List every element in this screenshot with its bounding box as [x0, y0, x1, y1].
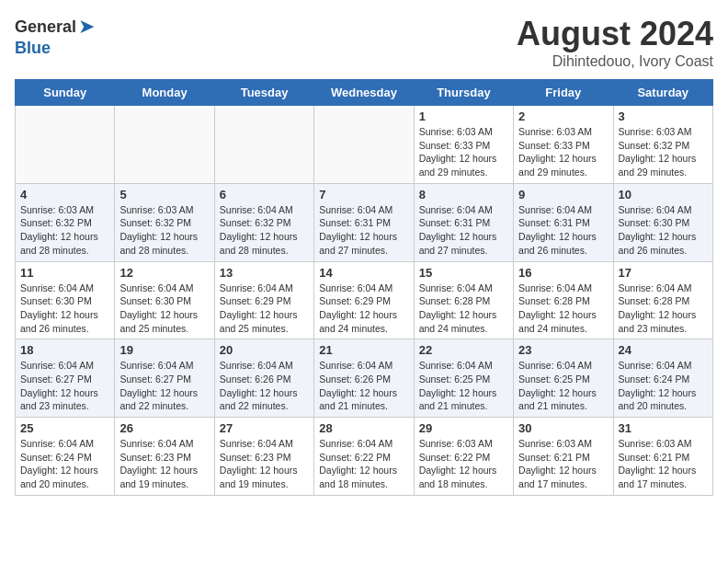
- day-number: 9: [518, 188, 608, 201]
- day-number: 4: [20, 188, 109, 201]
- day-number: 15: [419, 266, 508, 280]
- calendar-week-row: 11Sunrise: 6:04 AM Sunset: 6:30 PM Dayli…: [16, 261, 713, 339]
- calendar: SundayMondayTuesdayWednesdayThursdayFrid…: [15, 79, 713, 496]
- day-info: Sunrise: 6:03 AM Sunset: 6:21 PM Dayligh…: [518, 437, 608, 491]
- calendar-cell: [214, 106, 313, 184]
- day-info: Sunrise: 6:04 AM Sunset: 6:31 PM Dayligh…: [419, 203, 508, 258]
- calendar-cell: 15Sunrise: 6:04 AM Sunset: 6:28 PM Dayli…: [414, 261, 513, 339]
- day-number: 19: [119, 343, 209, 357]
- calendar-cell: 18Sunrise: 6:04 AM Sunset: 6:27 PM Dayli…: [16, 339, 115, 418]
- month-title: August 2024: [517, 15, 713, 53]
- day-number: 27: [220, 421, 309, 435]
- day-of-week-header: Saturday: [613, 80, 712, 106]
- day-info: Sunrise: 6:03 AM Sunset: 6:33 PM Dayligh…: [518, 125, 608, 179]
- calendar-cell: 4Sunrise: 6:03 AM Sunset: 6:32 PM Daylig…: [16, 183, 115, 261]
- day-info: Sunrise: 6:04 AM Sunset: 6:23 PM Dayligh…: [119, 437, 209, 491]
- day-number: 16: [518, 266, 608, 280]
- day-number: 8: [419, 188, 508, 201]
- day-number: 18: [20, 343, 109, 357]
- day-info: Sunrise: 6:04 AM Sunset: 6:31 PM Dayligh…: [319, 203, 408, 258]
- day-info: Sunrise: 6:03 AM Sunset: 6:22 PM Dayligh…: [419, 437, 508, 491]
- day-info: Sunrise: 6:04 AM Sunset: 6:29 PM Dayligh…: [319, 282, 408, 336]
- day-info: Sunrise: 6:04 AM Sunset: 6:24 PM Dayligh…: [619, 359, 708, 413]
- day-info: Sunrise: 6:04 AM Sunset: 6:28 PM Dayligh…: [518, 282, 608, 336]
- calendar-week-row: 18Sunrise: 6:04 AM Sunset: 6:27 PM Dayli…: [16, 339, 713, 418]
- calendar-cell: 10Sunrise: 6:04 AM Sunset: 6:30 PM Dayli…: [613, 183, 712, 261]
- day-number: 12: [119, 266, 209, 280]
- day-info: Sunrise: 6:04 AM Sunset: 6:31 PM Dayligh…: [518, 203, 608, 258]
- day-info: Sunrise: 6:04 AM Sunset: 6:26 PM Dayligh…: [220, 359, 309, 413]
- calendar-week-row: 4Sunrise: 6:03 AM Sunset: 6:32 PM Daylig…: [16, 183, 713, 261]
- day-number: 21: [319, 343, 408, 357]
- calendar-cell: 3Sunrise: 6:03 AM Sunset: 6:32 PM Daylig…: [613, 106, 712, 184]
- day-info: Sunrise: 6:03 AM Sunset: 6:32 PM Dayligh…: [619, 125, 708, 179]
- day-info: Sunrise: 6:04 AM Sunset: 6:28 PM Dayligh…: [619, 282, 708, 336]
- day-info: Sunrise: 6:03 AM Sunset: 6:32 PM Dayligh…: [119, 203, 209, 258]
- day-number: 11: [20, 266, 109, 280]
- day-of-week-header: Friday: [514, 80, 613, 106]
- calendar-cell: 9Sunrise: 6:04 AM Sunset: 6:31 PM Daylig…: [514, 183, 613, 261]
- day-number: 25: [20, 421, 109, 435]
- day-of-week-header: Wednesday: [314, 80, 414, 106]
- day-number: 31: [619, 421, 708, 435]
- calendar-week-row: 1Sunrise: 6:03 AM Sunset: 6:33 PM Daylig…: [16, 106, 713, 184]
- day-number: 29: [419, 421, 508, 435]
- day-number: 10: [619, 188, 708, 201]
- day-number: 6: [220, 188, 309, 201]
- day-number: 24: [619, 343, 708, 357]
- calendar-cell: [115, 106, 214, 184]
- logo-general-text: General: [15, 17, 76, 37]
- calendar-cell: 28Sunrise: 6:04 AM Sunset: 6:22 PM Dayli…: [314, 418, 414, 496]
- calendar-cell: 8Sunrise: 6:04 AM Sunset: 6:31 PM Daylig…: [414, 183, 513, 261]
- calendar-cell: 29Sunrise: 6:03 AM Sunset: 6:22 PM Dayli…: [414, 418, 513, 496]
- day-number: 14: [319, 266, 408, 280]
- day-number: 3: [619, 109, 708, 123]
- calendar-cell: 27Sunrise: 6:04 AM Sunset: 6:23 PM Dayli…: [214, 418, 313, 496]
- calendar-cell: 31Sunrise: 6:03 AM Sunset: 6:21 PM Dayli…: [613, 418, 712, 496]
- header: General ➤ Blue August 2024 Dihintedouo, …: [15, 15, 713, 70]
- day-info: Sunrise: 6:04 AM Sunset: 6:22 PM Dayligh…: [319, 437, 408, 491]
- day-number: 5: [119, 188, 209, 201]
- day-of-week-header: Sunday: [16, 80, 115, 106]
- calendar-cell: 11Sunrise: 6:04 AM Sunset: 6:30 PM Dayli…: [16, 261, 115, 339]
- day-info: Sunrise: 6:04 AM Sunset: 6:24 PM Dayligh…: [20, 437, 109, 491]
- location-title: Dihintedouo, Ivory Coast: [517, 53, 713, 70]
- day-number: 28: [319, 421, 408, 435]
- day-number: 1: [419, 109, 508, 123]
- day-number: 30: [518, 421, 608, 435]
- day-number: 20: [220, 343, 309, 357]
- calendar-cell: 5Sunrise: 6:03 AM Sunset: 6:32 PM Daylig…: [115, 183, 214, 261]
- calendar-cell: 13Sunrise: 6:04 AM Sunset: 6:29 PM Dayli…: [214, 261, 313, 339]
- day-number: 2: [518, 109, 608, 123]
- logo: General ➤ Blue: [15, 15, 95, 58]
- day-number: 13: [220, 266, 309, 280]
- day-number: 7: [319, 188, 408, 201]
- day-of-week-header: Tuesday: [214, 80, 313, 106]
- calendar-cell: 1Sunrise: 6:03 AM Sunset: 6:33 PM Daylig…: [414, 106, 513, 184]
- calendar-cell: 17Sunrise: 6:04 AM Sunset: 6:28 PM Dayli…: [613, 261, 712, 339]
- calendar-cell: 2Sunrise: 6:03 AM Sunset: 6:33 PM Daylig…: [514, 106, 613, 184]
- calendar-cell: 20Sunrise: 6:04 AM Sunset: 6:26 PM Dayli…: [214, 339, 313, 418]
- day-number: 26: [119, 421, 209, 435]
- calendar-header-row: SundayMondayTuesdayWednesdayThursdayFrid…: [16, 80, 713, 106]
- calendar-cell: 19Sunrise: 6:04 AM Sunset: 6:27 PM Dayli…: [115, 339, 214, 418]
- day-info: Sunrise: 6:04 AM Sunset: 6:30 PM Dayligh…: [619, 203, 708, 258]
- calendar-cell: [314, 106, 414, 184]
- day-of-week-header: Thursday: [414, 80, 513, 106]
- calendar-cell: 24Sunrise: 6:04 AM Sunset: 6:24 PM Dayli…: [613, 339, 712, 418]
- calendar-cell: 16Sunrise: 6:04 AM Sunset: 6:28 PM Dayli…: [514, 261, 613, 339]
- day-info: Sunrise: 6:04 AM Sunset: 6:30 PM Dayligh…: [119, 282, 209, 336]
- logo-bird-icon: ➤: [78, 15, 95, 39]
- day-info: Sunrise: 6:04 AM Sunset: 6:26 PM Dayligh…: [319, 359, 408, 413]
- day-number: 17: [619, 266, 708, 280]
- calendar-cell: 26Sunrise: 6:04 AM Sunset: 6:23 PM Dayli…: [115, 418, 214, 496]
- day-info: Sunrise: 6:04 AM Sunset: 6:23 PM Dayligh…: [220, 437, 309, 491]
- calendar-cell: 14Sunrise: 6:04 AM Sunset: 6:29 PM Dayli…: [314, 261, 414, 339]
- calendar-cell: 6Sunrise: 6:04 AM Sunset: 6:32 PM Daylig…: [214, 183, 313, 261]
- calendar-cell: 21Sunrise: 6:04 AM Sunset: 6:26 PM Dayli…: [314, 339, 414, 418]
- day-info: Sunrise: 6:04 AM Sunset: 6:32 PM Dayligh…: [220, 203, 309, 258]
- day-info: Sunrise: 6:03 AM Sunset: 6:21 PM Dayligh…: [619, 437, 708, 491]
- day-info: Sunrise: 6:04 AM Sunset: 6:29 PM Dayligh…: [220, 282, 309, 336]
- title-area: August 2024 Dihintedouo, Ivory Coast: [517, 15, 713, 70]
- day-info: Sunrise: 6:04 AM Sunset: 6:25 PM Dayligh…: [419, 359, 508, 413]
